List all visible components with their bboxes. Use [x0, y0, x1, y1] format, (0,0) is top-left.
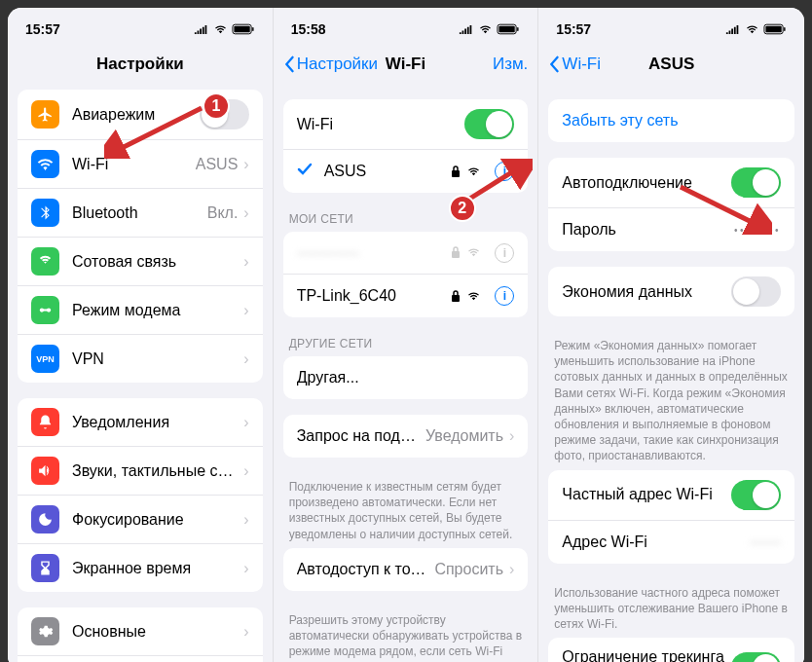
- wifi-row[interactable]: Wi-FiASUS›: [18, 140, 263, 189]
- chevron-right-icon: ›: [509, 427, 514, 445]
- private-toggle[interactable]: [731, 480, 781, 510]
- edit-button[interactable]: Изм.: [493, 55, 528, 74]
- svg-rect-14: [517, 27, 518, 31]
- page-title: Настройки: [96, 55, 184, 74]
- nav-bar: Настройки Wi-Fi Изм.: [274, 43, 538, 86]
- screentime-row[interactable]: Экранное время›: [18, 544, 263, 592]
- forget-network-row[interactable]: Забыть эту сеть: [548, 99, 794, 142]
- wifi-list-screen: 15:58 Настройки Wi-Fi Изм. 2 Wi-Fi ASUSi…: [274, 8, 539, 662]
- airplane-icon: [31, 100, 59, 129]
- lowdata-toggle[interactable]: [731, 276, 781, 307]
- wifi-icon: [31, 150, 59, 178]
- row-label: VPN: [72, 350, 238, 368]
- lowdata-row[interactable]: Экономия данных: [548, 267, 794, 316]
- nav-bar: Wi-Fi ASUS: [538, 43, 804, 86]
- info-icon[interactable]: i: [495, 243, 514, 263]
- status-icons: [725, 23, 787, 35]
- section-header: ДРУГИЕ СЕТИ: [274, 333, 538, 356]
- page-title: Wi-Fi: [386, 55, 425, 74]
- focus-row[interactable]: Фокусирование›: [18, 496, 263, 544]
- connected-network-row[interactable]: ASUSi: [283, 150, 529, 193]
- wifi-addr-row[interactable]: Адрес Wi-Fi——: [548, 521, 794, 564]
- row-detail: Спросить: [434, 561, 503, 578]
- bluetooth-row[interactable]: BluetoothВкл.›: [18, 189, 263, 238]
- gear-icon: [31, 617, 59, 645]
- row-label: Wi-Fi: [72, 156, 190, 173]
- svg-rect-1: [234, 26, 249, 33]
- info-icon[interactable]: i: [495, 286, 514, 306]
- ask-to-join-row[interactable]: Запрос на подключениеУведомить›: [283, 415, 529, 458]
- row-label: Режим модема: [72, 302, 238, 319]
- lock-icon: [451, 246, 461, 259]
- vpn-icon: VPN: [31, 345, 59, 373]
- general-row[interactable]: Основные›: [18, 607, 263, 656]
- sounds-row[interactable]: Звуки, тактильные сигналы›: [18, 447, 263, 496]
- nav-bar: Настройки: [8, 43, 273, 86]
- row-label: Другая...: [297, 369, 515, 386]
- row-label: Пароль: [562, 221, 734, 239]
- notifications-row[interactable]: Уведомления›: [18, 398, 263, 447]
- svg-rect-18: [452, 251, 460, 258]
- status-bar: 15:58: [274, 8, 538, 43]
- row-label: Wi-Fi: [297, 116, 465, 133]
- wifi-detail-screen: 15:57 Wi-Fi ASUS Забыть эту сеть Автопод…: [538, 8, 804, 662]
- network-name: TP-Link_6C40: [297, 287, 452, 305]
- row-label: Автоподключение: [562, 174, 731, 192]
- row-label: Автодоступ к точке: [297, 561, 429, 578]
- chevron-right-icon: ›: [243, 623, 248, 641]
- settings-screen: 15:57 Настройки 1 Авиарежим Wi-FiASUS› B…: [8, 8, 274, 662]
- back-button[interactable]: Wi-Fi: [548, 55, 601, 74]
- page-title: ASUS: [648, 55, 694, 74]
- chevron-right-icon: ›: [243, 156, 248, 173]
- back-button[interactable]: Настройки: [283, 55, 378, 74]
- network-name: ASUS: [324, 163, 452, 180]
- autoconnect-toggle[interactable]: [731, 167, 781, 198]
- password-row[interactable]: Пароль••••••••: [548, 208, 794, 251]
- network-row[interactable]: TP-Link_6C40i: [283, 275, 529, 317]
- svg-rect-19: [452, 295, 460, 302]
- chevron-right-icon: ›: [243, 302, 248, 319]
- wifi-toggle[interactable]: [464, 109, 514, 139]
- row-label: Сотовая связь: [72, 253, 238, 271]
- chevron-right-icon: ›: [243, 462, 248, 480]
- chevron-right-icon: ›: [243, 560, 248, 577]
- svg-rect-7: [42, 309, 49, 311]
- password-value: ••••••••: [734, 225, 781, 236]
- vpn-row[interactable]: VPNVPN›: [18, 335, 263, 383]
- status-time: 15:57: [25, 21, 60, 37]
- annotation-badge-2: 2: [449, 195, 476, 222]
- other-network-row[interactable]: Другая...: [283, 356, 529, 399]
- cellular-row[interactable]: Сотовая связь›: [18, 238, 263, 286]
- back-label: Wi-Fi: [562, 55, 601, 74]
- section-footer: Режим «Экономия данных» помогает уменьши…: [538, 332, 804, 470]
- svg-rect-13: [499, 26, 515, 33]
- info-icon[interactable]: i: [495, 162, 514, 181]
- row-detail: ASUS: [196, 156, 239, 173]
- speaker-icon: [31, 457, 59, 485]
- network-icons: i: [451, 286, 514, 306]
- network-icons: i: [451, 162, 514, 181]
- auto-hotspot-row[interactable]: Автодоступ к точкеСпросить›: [283, 548, 529, 591]
- hotspot-icon: [31, 296, 59, 324]
- svg-rect-21: [765, 26, 781, 33]
- section-footer: Использование частного адреса поможет ум…: [538, 579, 804, 639]
- status-icons: [194, 23, 255, 35]
- tracking-row[interactable]: Ограничение трекинга по IP-адресу: [548, 638, 794, 662]
- chevron-right-icon: ›: [243, 414, 248, 431]
- tracking-toggle[interactable]: [731, 652, 781, 662]
- wifi-toggle-row[interactable]: Wi-Fi: [283, 99, 529, 150]
- section-header: МОИ СЕТИ: [274, 208, 538, 232]
- chevron-right-icon: ›: [509, 561, 514, 578]
- hotspot-row[interactable]: Режим модема›: [18, 286, 263, 335]
- cellular-icon: [31, 247, 59, 276]
- autoconnect-row[interactable]: Автоподключение: [548, 158, 794, 208]
- row-label: Уведомления: [72, 414, 238, 431]
- row-detail: Вкл.: [207, 204, 239, 222]
- section-footer: Подключение к известным сетям будет прои…: [274, 473, 538, 548]
- private-addr-row[interactable]: Частный адрес Wi-Fi: [548, 470, 794, 521]
- row-label: Фокусирование: [72, 511, 238, 529]
- lock-icon: [451, 290, 461, 303]
- network-row[interactable]: ————i: [283, 232, 529, 275]
- svg-rect-17: [452, 170, 460, 177]
- control-row[interactable]: Пункт управления›: [18, 656, 263, 662]
